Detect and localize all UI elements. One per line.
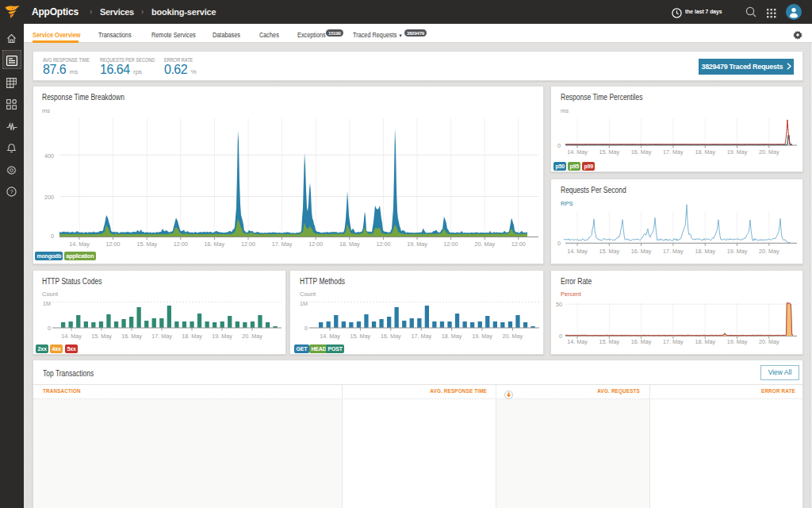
svg-text:17. May: 17. May	[663, 338, 684, 345]
svg-text:1M: 1M	[43, 300, 51, 307]
svg-text:16. May: 16. May	[121, 333, 142, 340]
svg-text:14. May: 14. May	[61, 333, 82, 340]
svg-text:16. May: 16. May	[205, 241, 225, 248]
svg-text:0: 0	[48, 325, 51, 332]
svg-text:19. May: 19. May	[727, 338, 748, 345]
svg-text:20. May: 20. May	[759, 148, 779, 156]
svg-text:19. May: 19. May	[727, 148, 748, 156]
svg-text:19. May: 19. May	[407, 241, 427, 248]
svg-text:20. May: 20. May	[474, 241, 495, 248]
svg-text:17. May: 17. May	[151, 333, 172, 340]
svg-text:18. May: 18. May	[695, 248, 715, 255]
svg-text:20. May: 20. May	[759, 248, 779, 255]
svg-text:17. May: 17. May	[272, 241, 293, 248]
svg-text:20. May: 20. May	[503, 333, 523, 340]
svg-text:15. May: 15. May	[599, 248, 620, 255]
svg-text:0: 0	[557, 142, 561, 149]
svg-text:12:00: 12:00	[308, 241, 323, 248]
svg-text:14. May: 14. May	[320, 333, 340, 340]
svg-text:19. May: 19. May	[472, 333, 492, 340]
svg-text:16. May: 16. May	[631, 338, 652, 345]
svg-text:15. May: 15. May	[599, 148, 620, 156]
svg-text:14. May: 14. May	[567, 338, 588, 345]
svg-text:18. May: 18. May	[182, 333, 202, 340]
svg-text:17. May: 17. May	[663, 148, 684, 156]
svg-text:12:00: 12:00	[106, 241, 121, 248]
svg-text:16. May: 16. May	[381, 333, 401, 340]
svg-text:12:00: 12:00	[174, 241, 188, 248]
svg-text:14. May: 14. May	[567, 248, 588, 255]
svg-text:14. May: 14. May	[69, 241, 90, 248]
svg-text:12:00: 12:00	[444, 241, 458, 248]
svg-text:14. May: 14. May	[567, 148, 588, 156]
svg-text:19. May: 19. May	[212, 333, 232, 340]
svg-text:18. May: 18. May	[339, 241, 360, 248]
svg-text:15. May: 15. May	[350, 333, 371, 340]
svg-text:17. May: 17. May	[663, 248, 684, 255]
svg-text:50: 50	[556, 301, 562, 308]
svg-text:0: 0	[304, 325, 308, 332]
svg-text:15. May: 15. May	[599, 338, 620, 345]
svg-text:19. May: 19. May	[727, 248, 748, 255]
svg-text:0: 0	[559, 333, 562, 340]
svg-text:20. May: 20. May	[759, 338, 779, 345]
svg-text:15. May: 15. May	[136, 241, 157, 248]
svg-text:400: 400	[44, 152, 54, 160]
svg-text:18. May: 18. May	[695, 338, 715, 345]
svg-text:17. May: 17. May	[411, 333, 431, 340]
svg-text:15. May: 15. May	[91, 333, 112, 340]
svg-text:12:00: 12:00	[511, 241, 526, 248]
svg-text:12:00: 12:00	[376, 241, 390, 248]
svg-text:18. May: 18. May	[695, 148, 715, 156]
svg-text:1M: 1M	[300, 300, 308, 307]
svg-text:16. May: 16. May	[631, 148, 652, 156]
svg-text:16. May: 16. May	[631, 248, 652, 255]
svg-text:12:00: 12:00	[241, 241, 255, 248]
svg-text:0: 0	[51, 233, 54, 240]
svg-text:?: ?	[10, 188, 13, 195]
svg-text:20. May: 20. May	[242, 333, 262, 340]
svg-text:200: 200	[44, 194, 54, 201]
svg-text:18. May: 18. May	[442, 333, 462, 340]
svg-text:0: 0	[557, 240, 561, 247]
